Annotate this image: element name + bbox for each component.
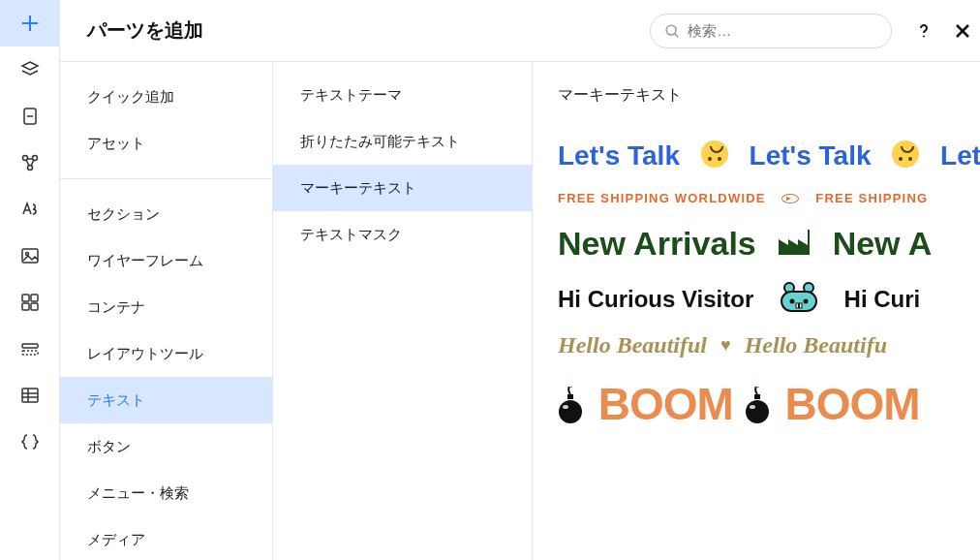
rail-code[interactable] bbox=[0, 419, 60, 465]
svg-marker-2 bbox=[22, 62, 38, 70]
panel-title: パーツを追加 bbox=[87, 17, 650, 44]
close-icon bbox=[954, 22, 971, 40]
svg-rect-12 bbox=[22, 249, 38, 263]
menu-divider bbox=[60, 178, 272, 179]
sub-text-mask[interactable]: テキストマスク bbox=[273, 211, 532, 258]
svg-point-7 bbox=[27, 166, 32, 171]
svg-rect-20 bbox=[22, 389, 38, 402]
grid-icon bbox=[20, 293, 40, 312]
rail-section[interactable] bbox=[0, 326, 60, 372]
sub-collapsible-text[interactable]: 折りたたみ可能テキスト bbox=[273, 118, 532, 165]
menu-text[interactable]: テキスト bbox=[60, 377, 272, 423]
nodes-icon bbox=[19, 152, 41, 173]
svg-line-10 bbox=[31, 160, 34, 166]
close-button[interactable] bbox=[952, 20, 973, 42]
menu-label: クイック追加 bbox=[87, 88, 174, 107]
marquee-sample-new-arrivals[interactable]: New Arrivals New A bbox=[558, 225, 980, 263]
svg-rect-15 bbox=[31, 295, 38, 301]
oval-arrow-icon bbox=[781, 194, 799, 203]
rail-image[interactable] bbox=[0, 233, 60, 279]
upside-down-face-icon bbox=[892, 140, 919, 168]
section-icon bbox=[20, 339, 40, 358]
help-icon bbox=[915, 22, 933, 40]
rail-grid[interactable] bbox=[0, 279, 60, 326]
rail-text-style[interactable] bbox=[0, 186, 60, 233]
svg-point-6 bbox=[32, 156, 37, 161]
menu-menu-search[interactable]: メニュー・検索 bbox=[60, 470, 272, 516]
add-icon bbox=[19, 13, 41, 34]
image-icon bbox=[20, 246, 40, 265]
svg-rect-39 bbox=[754, 394, 760, 399]
svg-point-41 bbox=[750, 405, 755, 409]
header-actions bbox=[913, 20, 973, 42]
add-panel: パーツを追加 クイック追加 アセット セクション ワイヤーフレーム コ bbox=[60, 0, 980, 560]
upside-down-face-icon bbox=[701, 140, 728, 168]
search-box[interactable] bbox=[650, 14, 892, 48]
preview-title: マーキーテキスト bbox=[558, 85, 980, 106]
marquee-sample-curious-visitor[interactable]: Hi Curious Visitor Hi Curi bbox=[558, 282, 980, 313]
layers-icon bbox=[19, 59, 41, 80]
search-input[interactable] bbox=[688, 22, 877, 39]
menu-label: レイアウトツール bbox=[87, 345, 203, 363]
marquee-sample-lets-talk[interactable]: Let's Talk Let's Talk Let's bbox=[558, 140, 980, 171]
menu-label: メニュー・検索 bbox=[87, 484, 189, 503]
svg-rect-16 bbox=[22, 303, 29, 310]
sub-label: テキストマスク bbox=[300, 226, 402, 244]
sub-label: テキストテーマ bbox=[300, 86, 402, 105]
rail-layers[interactable] bbox=[0, 47, 60, 93]
marquee-sample-free-shipping[interactable]: FREE SHIPPING WORLDWIDE FREE SHIPPING bbox=[558, 191, 980, 205]
rail-add[interactable] bbox=[0, 0, 60, 47]
svg-rect-17 bbox=[31, 303, 38, 310]
menu-label: テキスト bbox=[87, 391, 145, 410]
preview-pane: マーキーテキスト Let's Talk Let's Talk Let's FRE… bbox=[533, 62, 980, 560]
rail-table[interactable] bbox=[0, 372, 60, 419]
menu-label: アセット bbox=[87, 135, 145, 153]
menu-assets[interactable]: アセット bbox=[60, 120, 272, 167]
menu-section[interactable]: セクション bbox=[60, 191, 272, 237]
svg-point-26 bbox=[923, 35, 925, 37]
icon-rail bbox=[0, 0, 60, 560]
menu-media[interactable]: メディア bbox=[60, 516, 272, 560]
code-icon bbox=[19, 431, 41, 452]
factory-icon bbox=[779, 225, 810, 250]
category-list: クイック追加 アセット セクション ワイヤーフレーム コンテナ レイアウトツール… bbox=[60, 62, 273, 560]
menu-label: ボタン bbox=[87, 438, 131, 456]
table-icon bbox=[20, 386, 40, 405]
subcategory-list: テキストテーマ 折りたたみ可能テキスト マーキーテキスト テキストマスク bbox=[273, 62, 533, 560]
bunny-icon bbox=[778, 282, 820, 313]
svg-line-9 bbox=[26, 160, 29, 166]
menu-container[interactable]: コンテナ bbox=[60, 284, 272, 330]
svg-point-40 bbox=[746, 400, 769, 423]
menu-label: メディア bbox=[87, 531, 145, 549]
svg-rect-34 bbox=[796, 303, 799, 308]
menu-label: コンテナ bbox=[87, 298, 145, 317]
svg-rect-18 bbox=[22, 344, 38, 348]
svg-point-33 bbox=[803, 299, 808, 304]
svg-rect-14 bbox=[22, 295, 29, 301]
help-button[interactable] bbox=[913, 20, 934, 42]
page-icon bbox=[20, 107, 40, 126]
marquee-sample-boom[interactable]: BOOM BOOM bbox=[558, 378, 980, 430]
rail-nodes[interactable] bbox=[0, 140, 60, 186]
menu-layout-tool[interactable]: レイアウトツール bbox=[60, 330, 272, 377]
search-icon bbox=[664, 22, 680, 40]
menu-button[interactable]: ボタン bbox=[60, 423, 272, 470]
svg-point-24 bbox=[667, 25, 677, 35]
sub-marquee-text[interactable]: マーキーテキスト bbox=[273, 165, 532, 211]
sub-text-theme[interactable]: テキストテーマ bbox=[273, 72, 532, 118]
marquee-sample-hello-beautiful[interactable]: Hello Beautiful ♥ Hello Beautifu bbox=[558, 332, 980, 358]
svg-line-25 bbox=[675, 33, 679, 37]
menu-wireframe[interactable]: ワイヤーフレーム bbox=[60, 237, 272, 284]
rail-page[interactable] bbox=[0, 93, 60, 140]
heart-icon: ♥ bbox=[720, 335, 731, 355]
svg-point-5 bbox=[22, 156, 27, 161]
bomb-icon bbox=[745, 382, 770, 419]
svg-rect-36 bbox=[567, 394, 573, 399]
menu-quick-add[interactable]: クイック追加 bbox=[60, 74, 272, 120]
svg-point-38 bbox=[563, 405, 568, 409]
svg-rect-19 bbox=[22, 351, 38, 355]
svg-rect-35 bbox=[799, 303, 802, 308]
svg-point-32 bbox=[789, 299, 794, 304]
sub-label: マーキーテキスト bbox=[300, 179, 416, 198]
menu-label: ワイヤーフレーム bbox=[87, 252, 203, 270]
